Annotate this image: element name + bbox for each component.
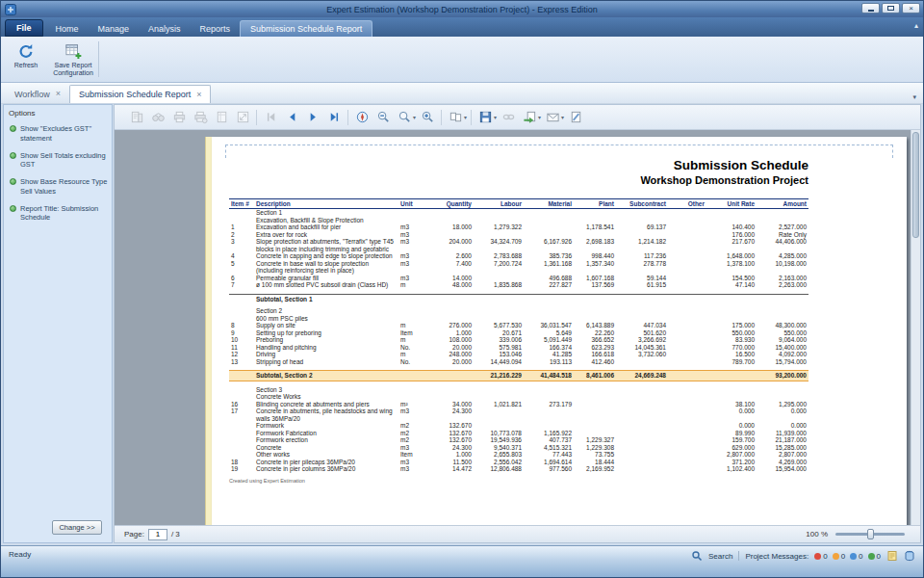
cell-unit xyxy=(398,294,429,302)
minimize-button[interactable] xyxy=(861,3,880,13)
watermark-icon[interactable] xyxy=(565,108,586,127)
magnifier-icon[interactable] xyxy=(394,108,415,127)
cell-material: 227.827 xyxy=(524,281,574,289)
cell-material xyxy=(524,422,574,430)
column-header-unit-rate: Unit Rate xyxy=(706,199,757,209)
report-canvas[interactable]: Submission Schedule Workshop Demonstrati… xyxy=(115,130,920,525)
zoom-slider-thumb[interactable] xyxy=(867,529,874,539)
dropdown-caret-icon[interactable]: ▾ xyxy=(538,114,541,120)
cell-item: 17 xyxy=(229,407,254,422)
doc-tab-workflow[interactable]: Workflow× xyxy=(6,85,69,103)
ribbon-tab-list: HomeManageAnalysisReportsSubmission Sche… xyxy=(46,17,373,37)
project-database-icon[interactable] xyxy=(904,550,915,562)
cell-amount: 10,198.000 xyxy=(757,260,808,275)
search-icon[interactable] xyxy=(147,108,168,127)
cell-unit: m3 xyxy=(398,238,429,252)
cell-unit: m xyxy=(398,336,429,344)
cell-qty: 24.300 xyxy=(429,407,474,422)
cell-unit: m2 xyxy=(398,436,429,444)
save-configuration-icon xyxy=(64,41,83,62)
search-status-icon[interactable] xyxy=(691,550,703,562)
cell-labour xyxy=(474,231,524,239)
send-icon[interactable] xyxy=(519,108,540,127)
project-notes-icon[interactable] xyxy=(886,550,898,562)
ribbon-minimize-icon[interactable]: ▴ xyxy=(914,22,918,30)
cell-plant: 73.755 xyxy=(574,451,616,459)
close-tab-icon[interactable]: × xyxy=(56,90,61,98)
document-map-icon[interactable] xyxy=(126,108,147,127)
item-row: 17Concrete in abutments, pile headstocks… xyxy=(229,407,808,422)
cell-item: 9 xyxy=(229,329,254,337)
cell-labour: 21,216.229 xyxy=(474,371,524,381)
email-icon[interactable] xyxy=(542,108,563,127)
dropdown-caret-icon[interactable]: ▾ xyxy=(464,114,467,120)
first-page-icon[interactable] xyxy=(260,108,281,127)
cell-qty: 2.600 xyxy=(429,252,474,260)
cell-other xyxy=(668,344,706,352)
toolbar-separator xyxy=(441,110,442,125)
hand-tool-icon[interactable] xyxy=(351,108,372,127)
item-row: 16Blinding concrete at abutments and pie… xyxy=(229,401,808,408)
item-row: Concretem324.3009,540.3714,515.3211,229.… xyxy=(229,444,808,452)
refresh-button[interactable]: Refresh xyxy=(4,39,48,80)
cell-rate: 550.000 xyxy=(706,329,757,337)
cell-plant: 18.444 xyxy=(574,459,616,466)
ribbon-tab-reports[interactable]: Reports xyxy=(191,20,241,37)
cell-material: 41,484.518 xyxy=(524,371,574,381)
ribbon-tab-analysis[interactable]: Analysis xyxy=(139,20,191,37)
ribbon-tab-home[interactable]: Home xyxy=(46,20,89,37)
cell-amount: 550.000 xyxy=(757,329,808,337)
last-page-icon[interactable] xyxy=(323,108,345,127)
window-controls: × xyxy=(861,3,920,13)
page-setup-icon[interactable] xyxy=(211,108,232,127)
ribbon-tab-submission-schedule-report[interactable]: Submission Schedule Report xyxy=(240,20,372,37)
cell-plant xyxy=(574,430,616,437)
cell-other xyxy=(668,294,706,302)
cell-qty: 108.000 xyxy=(429,336,474,344)
report-page: Submission Schedule Workshop Demonstrati… xyxy=(212,137,907,525)
cell-subcontract: 3,266.692 xyxy=(616,336,668,344)
print-icon[interactable] xyxy=(168,108,190,127)
cell-material: 407.737 xyxy=(524,436,574,444)
file-menu-button[interactable]: File xyxy=(5,19,43,37)
dropdown-caret-icon[interactable]: ▾ xyxy=(561,114,564,120)
item-row: Formwork erectionm2132.67019,549.936407.… xyxy=(229,436,808,444)
save-report-configuration-button[interactable]: Save Report Configuration xyxy=(51,39,95,80)
cell-item xyxy=(229,451,254,459)
cell-item: 16 xyxy=(229,401,254,408)
zoom-in-icon[interactable] xyxy=(417,108,438,127)
next-page-icon[interactable] xyxy=(302,108,323,127)
cell-material: 166.374 xyxy=(524,344,574,352)
item-row: 12Drivingm248.000153.04641.285166.6183,7… xyxy=(229,351,808,358)
cell-unit: m3 xyxy=(398,252,429,260)
scale-icon[interactable] xyxy=(232,108,253,127)
close-button[interactable]: × xyxy=(902,3,920,13)
change-options-button[interactable]: Change >> xyxy=(52,520,102,535)
cell-material: 193.113 xyxy=(524,358,574,366)
ribbon-tab-manage[interactable]: Manage xyxy=(89,20,140,37)
dropdown-caret-icon[interactable]: ▾ xyxy=(494,114,497,120)
information-count: 0 xyxy=(850,552,862,561)
close-tab-icon[interactable]: × xyxy=(196,91,201,99)
cell-amount: 15,400.000 xyxy=(757,344,808,352)
cell-unit: m xyxy=(398,281,429,289)
link-icon[interactable] xyxy=(498,108,519,127)
zoom-slider[interactable] xyxy=(835,528,905,540)
vertical-scrollbar[interactable] xyxy=(911,130,920,525)
cell-other xyxy=(668,329,706,337)
cell-desc: Permeable granular fill xyxy=(254,275,398,282)
zoom-out-icon[interactable] xyxy=(372,108,394,127)
dropdown-caret-icon[interactable]: ▾ xyxy=(413,114,416,120)
page-number-input[interactable] xyxy=(148,529,167,540)
doc-tab-submission-schedule-report[interactable]: Submission Schedule Report× xyxy=(69,85,211,103)
scrollbar-thumb[interactable] xyxy=(912,132,919,238)
multiple-pages-icon[interactable] xyxy=(445,108,466,127)
cell-amount: 2,527.000 xyxy=(757,223,808,231)
maximize-button[interactable] xyxy=(882,3,900,13)
status-search-label[interactable]: Search xyxy=(708,552,732,561)
quick-print-icon[interactable] xyxy=(190,108,211,127)
item-row: 18Concrete in pier pilecaps 36MPa/20m311… xyxy=(229,459,808,466)
export-icon[interactable] xyxy=(475,108,496,127)
prev-page-icon[interactable] xyxy=(281,108,302,127)
cell-amount: 2,807.000 xyxy=(757,451,808,459)
